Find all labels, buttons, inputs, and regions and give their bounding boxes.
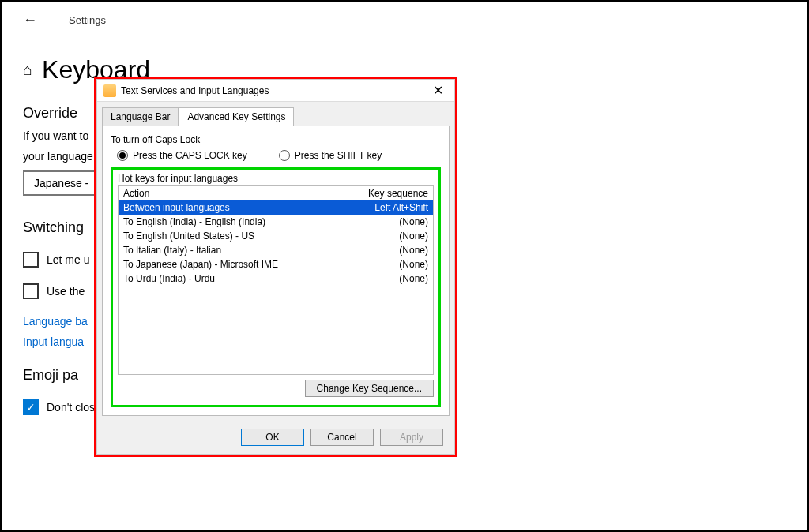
emoji-checkbox[interactable]: ✓ [23, 399, 39, 415]
caps-lock-group-label: To turn off Caps Lock [111, 134, 441, 145]
hotkey-row[interactable]: To Japanese (Japan) - Microsoft IME(None… [119, 257, 433, 272]
hotkey-list[interactable]: Action Key sequence Between input langua… [118, 185, 434, 375]
switching-checkbox-2[interactable] [23, 283, 39, 299]
tab-language-bar[interactable]: Language Bar [102, 107, 179, 126]
switching-checkbox-1[interactable] [23, 252, 39, 268]
hotkey-row[interactable]: To English (United States) - US(None) [119, 229, 433, 243]
ok-button[interactable]: OK [241, 429, 304, 446]
hotkeys-group-label: Hot keys for input languages [118, 173, 434, 184]
radio-press-shift[interactable]: Press the SHIFT key [279, 150, 382, 161]
radio-icon [279, 150, 290, 161]
switching-checkbox-2-label: Use the [47, 285, 85, 298]
settings-breadcrumb: Settings [69, 14, 106, 26]
hotkey-row[interactable]: Between input languagesLeft Alt+Shift [119, 200, 433, 215]
hotkey-header-action: Action [123, 188, 368, 199]
hotkey-row[interactable]: To Italian (Italy) - Italian(None) [119, 243, 433, 257]
dialog-title: Text Services and Input Languages [121, 85, 428, 96]
hotkey-action: To English (United States) - US [123, 230, 357, 242]
text-services-dialog: Text Services and Input Languages ✕ Lang… [94, 77, 457, 457]
language-dropdown[interactable]: Japanese - [23, 170, 100, 196]
radio-press-shift-label: Press the SHIFT key [295, 150, 382, 161]
hotkey-action: To English (India) - English (India) [123, 216, 357, 227]
change-key-sequence-button[interactable]: Change Key Sequence... [305, 380, 434, 397]
apply-button: Apply [380, 429, 443, 446]
radio-icon [117, 150, 128, 161]
close-icon[interactable]: ✕ [428, 83, 448, 98]
hotkey-header-seq: Key sequence [368, 188, 428, 199]
cancel-button[interactable]: Cancel [310, 429, 374, 446]
radio-press-caps-label: Press the CAPS LOCK key [133, 150, 247, 161]
hotkey-sequence: (None) [357, 230, 428, 242]
hotkey-action: To Japanese (Japan) - Microsoft IME [123, 259, 357, 270]
dialog-icon [103, 84, 116, 97]
hotkey-sequence: (None) [357, 245, 428, 256]
home-icon[interactable]: ⌂ [23, 61, 32, 79]
hotkey-action: To Italian (Italy) - Italian [123, 245, 357, 256]
back-arrow-icon[interactable]: ← [23, 12, 37, 28]
hotkey-sequence: (None) [357, 273, 428, 284]
hotkey-row[interactable]: To Urdu (India) - Urdu(None) [119, 272, 433, 286]
hotkey-sequence: Left Alt+Shift [357, 202, 428, 213]
hotkey-row[interactable]: To English (India) - English (India)(Non… [119, 215, 433, 229]
hotkey-action: Between input languages [123, 202, 357, 213]
hotkey-action: To Urdu (India) - Urdu [123, 273, 357, 284]
radio-press-caps[interactable]: Press the CAPS LOCK key [117, 150, 247, 161]
switching-checkbox-1-label: Let me u [47, 253, 89, 266]
hotkey-sequence: (None) [357, 259, 428, 270]
tab-advanced-key-settings[interactable]: Advanced Key Settings [179, 107, 294, 126]
hotkey-sequence: (None) [357, 216, 428, 227]
